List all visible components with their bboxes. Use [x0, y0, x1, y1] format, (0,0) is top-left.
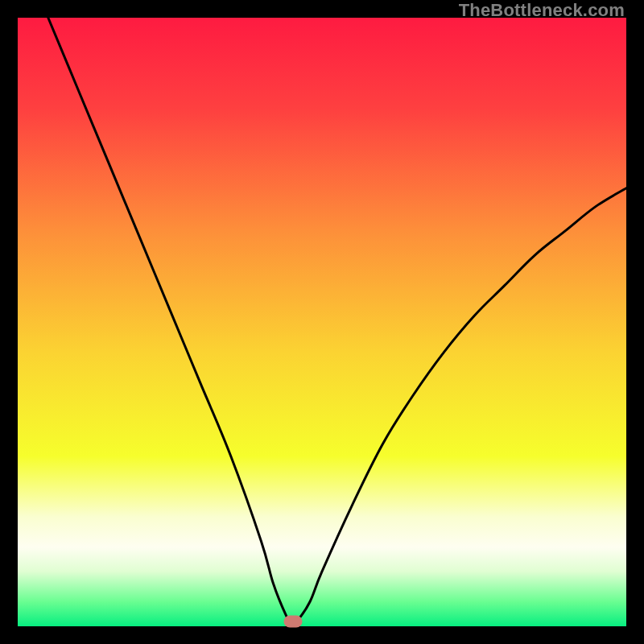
bottleneck-chart: [18, 18, 626, 626]
chart-frame: [18, 18, 626, 626]
optimal-point-marker: [283, 615, 302, 627]
gradient-background: [18, 18, 626, 626]
watermark-text: TheBottleneck.com: [459, 0, 625, 21]
